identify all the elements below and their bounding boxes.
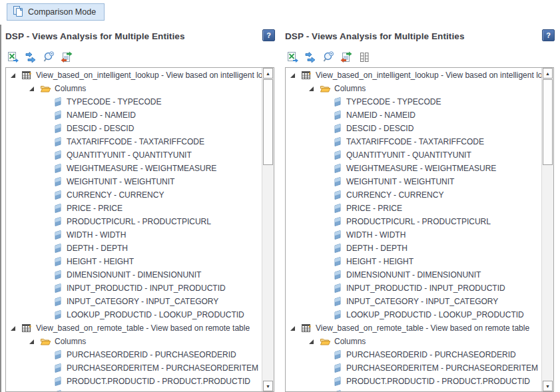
tree-node-label: PRICE - PRICE <box>346 204 402 213</box>
export-to-excel-button[interactable] <box>286 52 299 65</box>
tree-node-column[interactable]: NAMEID - NAMEID <box>286 108 541 122</box>
expanded-triangle-icon[interactable] <box>29 87 34 91</box>
tree-node-label: Columns <box>55 84 86 93</box>
panel-right: DSP - Views Analysis for Multiple Entiti… <box>285 25 555 392</box>
search-button[interactable] <box>322 52 335 65</box>
help-button[interactable]: ? <box>262 29 275 41</box>
expand-all-icon <box>304 51 316 65</box>
import-export-icon <box>340 51 352 65</box>
export-to-excel-button[interactable] <box>6 52 19 65</box>
page-title: DSP - Views Analysis for Multiple Entiti… <box>285 31 465 41</box>
tree-node-column[interactable]: PRICE - PRICE <box>6 202 262 215</box>
tree-node-column[interactable]: PURCHASEORDERID - PURCHASEORDERID <box>6 348 262 361</box>
tree-node-column[interactable]: WEIGHTMEASURE - WEIGHTMEASURE <box>286 162 541 175</box>
tree-node-column[interactable]: INPUT_CATEGORY - INPUT_CATEGORY <box>286 295 541 308</box>
tree-node-folder[interactable]: Columns <box>286 335 541 348</box>
search-button[interactable] <box>42 52 55 65</box>
expanded-triangle-icon[interactable] <box>290 326 295 331</box>
expanded-triangle-icon[interactable] <box>290 73 295 78</box>
tree-node-label: INPUT_CATEGORY - INPUT_CATEGORY <box>346 297 498 306</box>
comparison-pages-icon <box>12 5 24 19</box>
tree-node-column[interactable]: TAXTARIFFCODE - TAXTARIFFCODE <box>286 135 541 148</box>
tree-node-column-clipped[interactable] <box>286 388 541 391</box>
tree-node-column[interactable]: PURCHASEORDERID - PURCHASEORDERID <box>286 348 541 361</box>
column-icon <box>53 296 63 307</box>
tree-node-column[interactable]: CURRENCY - CURRENCY <box>6 188 262 202</box>
tree-node-folder[interactable]: Columns <box>286 82 541 95</box>
tree-node-column[interactable]: DIMENSIONUNIT - DIMENSIONUNIT <box>6 268 262 282</box>
tree-node-column[interactable]: TAXTARIFFCODE - TAXTARIFFCODE <box>6 135 262 148</box>
tree-node-column[interactable]: PURCHASEORDERITEM - PURCHASEORDERITEM <box>286 361 541 375</box>
tree-node-column[interactable]: PRODUCT.PRODUCTID - PRODUCT.PRODUCTID <box>6 375 262 388</box>
expanded-triangle-icon[interactable] <box>11 326 15 331</box>
tree-node-column[interactable]: LOOKUP_PRODUCTID - LOOKUP_PRODUCTID <box>286 308 541 321</box>
tree-node-label: LOOKUP_PRODUCTID - LOOKUP_PRODUCTID <box>67 310 244 319</box>
tree-node-column[interactable]: HEIGHT - HEIGHT <box>6 255 262 268</box>
tree-node-folder[interactable]: Columns <box>6 82 262 95</box>
tree-node-view[interactable]: View_based_on_intelligent_lookup - View … <box>286 69 541 82</box>
tree-node-column[interactable]: INPUT_PRODUCTID - INPUT_PRODUCTID <box>6 282 262 295</box>
tree-node-column-clipped[interactable] <box>6 388 262 391</box>
tree-node-label: INPUT_PRODUCTID - INPUT_PRODUCTID <box>346 284 505 293</box>
tree-node-column[interactable]: PRODUCTPICURL - PRODUCTPICURL <box>286 215 541 228</box>
tree-node-column[interactable]: DESCID - DESCID <box>286 122 541 135</box>
tree-node-column[interactable]: WIDTH - WIDTH <box>286 228 541 242</box>
column-icon <box>53 376 63 387</box>
tree-node-column[interactable]: HEIGHT - HEIGHT <box>286 255 541 268</box>
tree-node-folder[interactable]: Columns <box>6 335 262 348</box>
scroll-down-button[interactable]: ▼ <box>263 381 273 391</box>
tree-node-label: INPUT_CATEGORY - INPUT_CATEGORY <box>67 297 218 306</box>
tree-node-column[interactable]: DEPTH - DEPTH <box>6 242 262 255</box>
tree-node-column[interactable]: PRODUCTPICURL - PRODUCTPICURL <box>6 215 262 228</box>
expanded-triangle-icon[interactable] <box>309 339 314 344</box>
pane-splitter <box>0 25 1 392</box>
folder-icon <box>320 336 330 347</box>
vertical-scrollbar[interactable]: ▲ ▼ <box>262 68 274 391</box>
expanded-triangle-icon[interactable] <box>11 73 15 78</box>
tree-node-column[interactable]: LOOKUP_PRODUCTID - LOOKUP_PRODUCTID <box>6 308 262 321</box>
expanded-triangle-icon[interactable] <box>309 87 314 91</box>
tree-node-column[interactable]: QUANTITYUNIT - QUANTITYUNIT <box>286 148 541 162</box>
tree-node-column[interactable]: PURCHASEORDERITEM - PURCHASEORDERITEM <box>6 361 262 375</box>
tree-node-column[interactable]: WEIGHTUNIT - WEIGHTUNIT <box>6 175 262 188</box>
tree-node-column[interactable]: WEIGHTMEASURE - WEIGHTMEASURE <box>6 162 262 175</box>
column-icon <box>53 309 63 320</box>
tree-node-column[interactable]: DEPTH - DEPTH <box>286 242 541 255</box>
scroll-down-button[interactable]: ▼ <box>543 381 553 391</box>
tree-node-column[interactable]: CURRENCY - CURRENCY <box>286 188 541 202</box>
vertical-scrollbar[interactable]: ▲ ▼ <box>541 68 553 391</box>
import-export-button[interactable] <box>60 52 73 65</box>
scroll-up-button[interactable]: ▲ <box>263 68 273 79</box>
tree-node-label: PURCHASEORDERITEM - PURCHASEORDERITEM <box>67 363 258 373</box>
pair-columns-button[interactable] <box>358 52 371 65</box>
tree-node-column[interactable]: PRICE - PRICE <box>286 202 541 215</box>
tree-node-column[interactable]: PRODUCT.PRODUCTID - PRODUCT.PRODUCTID <box>286 375 541 388</box>
comparison-mode-button[interactable]: Comparison Mode <box>7 3 105 21</box>
tree-node-label: TAXTARIFFCODE - TAXTARIFFCODE <box>346 137 484 146</box>
scrollbar-thumb[interactable] <box>543 79 553 165</box>
column-icon <box>333 283 342 294</box>
help-button[interactable]: ? <box>542 29 555 41</box>
tree-node-column[interactable]: TYPECODE - TYPECODE <box>6 95 262 108</box>
tree-node-column[interactable]: DESCID - DESCID <box>6 122 262 135</box>
expand-all-button[interactable] <box>24 52 37 65</box>
search-icon <box>322 51 334 65</box>
tree-node-view[interactable]: View_based_on_intelligent_lookup - View … <box>6 69 262 82</box>
tree-node-column[interactable]: INPUT_CATEGORY - INPUT_CATEGORY <box>6 295 262 308</box>
tree-node-view[interactable]: View_based_on_remote_table - View based … <box>6 321 262 335</box>
expanded-triangle-icon[interactable] <box>29 339 34 344</box>
expand-all-button[interactable] <box>304 52 317 65</box>
tree-node-column[interactable]: WIDTH - WIDTH <box>6 228 262 242</box>
tree-node-column[interactable]: WEIGHTUNIT - WEIGHTUNIT <box>286 175 541 188</box>
tree-node-column[interactable]: NAMEID - NAMEID <box>6 108 262 122</box>
tree-node-column[interactable]: DIMENSIONUNIT - DIMENSIONUNIT <box>286 268 541 282</box>
tree-node-view[interactable]: View_based_on_remote_table - View based … <box>286 321 541 335</box>
column-icon <box>333 243 342 254</box>
scrollbar-thumb[interactable] <box>263 79 273 165</box>
import-export-button[interactable] <box>340 52 353 65</box>
tree-node-column[interactable]: QUANTITYUNIT - QUANTITYUNIT <box>6 148 262 162</box>
scroll-up-button[interactable]: ▲ <box>543 68 553 79</box>
column-icon <box>53 176 63 187</box>
tree-node-column[interactable]: TYPECODE - TYPECODE <box>286 95 541 108</box>
tree-node-column[interactable]: INPUT_PRODUCTID - INPUT_PRODUCTID <box>286 282 541 295</box>
